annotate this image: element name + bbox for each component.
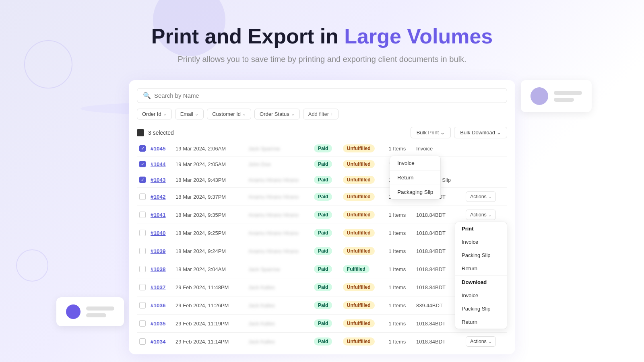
filter-email[interactable]: Email ⌄ bbox=[175, 109, 204, 119]
filter-customer-id[interactable]: Customer Id ⌄ bbox=[207, 109, 251, 119]
row-checkbox[interactable] bbox=[139, 338, 146, 345]
payment-badge: Paid bbox=[314, 193, 332, 201]
row-checkbox[interactable] bbox=[139, 230, 146, 236]
table-row: #1036 29 Feb 2024, 11:26PM Jack Kalles P… bbox=[137, 296, 507, 315]
order-id-link[interactable]: #1039 bbox=[151, 248, 166, 254]
row-checkbox[interactable]: ✓ bbox=[139, 177, 146, 183]
submenu-download-header: Download bbox=[455, 275, 507, 289]
payment-badge: Paid bbox=[314, 211, 332, 219]
payment-badge: Paid bbox=[314, 301, 332, 309]
chevron-down-icon: ⌄ bbox=[242, 111, 246, 117]
order-id-link[interactable]: #1045 bbox=[151, 146, 166, 152]
actions-cell: Actions ⌄ bbox=[463, 188, 507, 206]
order-id-link[interactable]: #1043 bbox=[151, 177, 166, 183]
row-checkbox[interactable] bbox=[139, 248, 146, 254]
order-id-link[interactable]: #1037 bbox=[151, 284, 166, 290]
actions-button[interactable]: Actions ⌄ bbox=[466, 191, 496, 202]
chevron-down-icon: ⌄ bbox=[488, 339, 491, 344]
filter-order-id[interactable]: Order Id ⌄ bbox=[137, 109, 172, 119]
row-checkbox[interactable]: ✓ bbox=[139, 145, 146, 152]
doc-type-invoice[interactable]: Invoice bbox=[390, 156, 440, 171]
order-date-cell: 18 Mar 2024, 9:43PM bbox=[173, 172, 246, 188]
order-date-cell: 19 Mar 2024, 2:06AM bbox=[173, 141, 246, 156]
row-checkbox[interactable]: ✓ bbox=[139, 161, 146, 167]
payment-status-cell: Paid bbox=[312, 172, 341, 188]
amount-cell: 1018.84BDT bbox=[414, 333, 463, 351]
row-checkbox[interactable] bbox=[139, 320, 146, 327]
table-row: #1040 18 Mar 2024, 9:25PM Anamu Hirano H… bbox=[137, 224, 507, 242]
order-id-cell: #1037 bbox=[148, 278, 173, 296]
row-checkbox[interactable] bbox=[139, 302, 146, 309]
payment-status-cell: Paid bbox=[312, 224, 341, 242]
main-panel: 🔍 Order Id ⌄ Email ⌄ Customer Id ⌄ bbox=[129, 80, 515, 354]
search-input[interactable] bbox=[154, 92, 501, 99]
row-checkbox-cell bbox=[137, 224, 148, 242]
payment-badge: Paid bbox=[314, 319, 332, 327]
row-checkbox-cell bbox=[137, 333, 148, 351]
order-date-cell: 18 Mar 2024, 9:25PM bbox=[173, 224, 246, 242]
order-id-link[interactable]: #1044 bbox=[151, 161, 166, 167]
order-id-link[interactable]: #1041 bbox=[151, 212, 166, 218]
row-checkbox[interactable] bbox=[139, 284, 146, 290]
items-cell: 1 Items bbox=[386, 141, 414, 156]
actions-button[interactable]: Actions ⌄ bbox=[466, 336, 496, 347]
row-checkbox[interactable] bbox=[139, 193, 146, 200]
order-id-link[interactable]: #1038 bbox=[151, 266, 166, 272]
submenu-download-packing-slip[interactable]: Packing Slip bbox=[455, 302, 507, 315]
order-id-link[interactable]: #1034 bbox=[151, 339, 166, 345]
fulfillment-badge: Unfulfilled bbox=[343, 229, 375, 237]
fulfillment-badge: Unfulfilled bbox=[343, 211, 375, 219]
chevron-down-icon: ⌄ bbox=[488, 213, 491, 217]
items-cell: 1 Items bbox=[386, 260, 414, 278]
payment-status-cell: Paid bbox=[312, 278, 341, 296]
payment-badge: Paid bbox=[314, 337, 332, 346]
actions-button[interactable]: Actions ⌄ bbox=[466, 210, 496, 220]
chevron-down-icon: ⌄ bbox=[488, 195, 491, 199]
payment-status-cell: Paid bbox=[312, 141, 341, 156]
hero-title-accent: Large Volumes bbox=[344, 25, 493, 48]
table-row: ✓ #1044 19 Mar 2024, 2:05AM John Doe Pai… bbox=[137, 156, 507, 172]
doc-type-return[interactable]: Return bbox=[390, 171, 440, 185]
add-filter-button[interactable]: Add filter + bbox=[303, 109, 339, 119]
amount-cell: Invoice bbox=[414, 141, 463, 156]
order-id-cell: #1044 bbox=[148, 156, 173, 172]
deselect-all-checkbox[interactable]: ─ bbox=[137, 129, 144, 136]
bulk-download-button[interactable]: Bulk Download ⌄ bbox=[454, 127, 507, 138]
submenu-download-invoice[interactable]: Invoice bbox=[455, 289, 507, 302]
doc-type-packaging-slip[interactable]: Packaging Slip bbox=[390, 185, 440, 199]
table-row: #1039 18 Mar 2024, 9:24PM Anamu Hirano H… bbox=[137, 242, 507, 260]
submenu-packing-slip[interactable]: Packing Slip bbox=[455, 249, 507, 262]
orders-table: ✓ #1045 19 Mar 2024, 2:06AM Jack Sparrow… bbox=[137, 141, 507, 350]
submenu-invoice[interactable]: Invoice bbox=[455, 235, 507, 249]
bulk-print-button[interactable]: Bulk Print ⌄ bbox=[411, 127, 451, 138]
side-card-avatar bbox=[521, 80, 592, 112]
actions-submenu: Print Invoice Packing Slip Return Downlo… bbox=[455, 222, 507, 329]
order-id-cell: #1039 bbox=[148, 242, 173, 260]
items-cell: 1 Items bbox=[386, 315, 414, 333]
payment-status-cell: Paid bbox=[312, 188, 341, 206]
row-checkbox[interactable] bbox=[139, 212, 146, 218]
page-container: Print and Export in Large Volumes Printl… bbox=[0, 0, 644, 354]
table-row: #1037 29 Feb 2024, 11:48PM Jack Kalles P… bbox=[137, 278, 507, 296]
customer-name-cell: Anamu Hirano Hirano bbox=[246, 224, 312, 242]
fulfillment-status-cell: Unfulfilled bbox=[341, 242, 386, 260]
submenu-download-return[interactable]: Return bbox=[455, 315, 507, 329]
order-id-link[interactable]: #1042 bbox=[151, 194, 166, 200]
order-date-cell: 29 Feb 2024, 11:48PM bbox=[173, 278, 246, 296]
order-id-link[interactable]: #1035 bbox=[151, 321, 166, 327]
payment-badge: Paid bbox=[314, 144, 332, 152]
fulfillment-status-cell: Unfulfilled bbox=[341, 224, 386, 242]
row-checkbox[interactable] bbox=[139, 266, 146, 272]
customer-name-cell: Anamu Hirano Hirano bbox=[246, 206, 312, 224]
order-id-link[interactable]: #1040 bbox=[151, 230, 166, 236]
fulfillment-badge: Unfulfilled bbox=[343, 247, 375, 255]
customer-name-cell: Anamu Hirano Hirano bbox=[246, 172, 312, 188]
filter-order-status[interactable]: Order Status ⌄ bbox=[254, 109, 300, 119]
side-line-long-2 bbox=[86, 306, 114, 311]
customer-name-cell: Anamu Hirano Hirano bbox=[246, 242, 312, 260]
side-line-long bbox=[554, 91, 582, 95]
side-card-purple bbox=[56, 297, 124, 326]
fulfillment-status-cell: Unfulfilled bbox=[341, 188, 386, 206]
order-id-link[interactable]: #1036 bbox=[151, 302, 166, 309]
submenu-return[interactable]: Return bbox=[455, 262, 507, 275]
